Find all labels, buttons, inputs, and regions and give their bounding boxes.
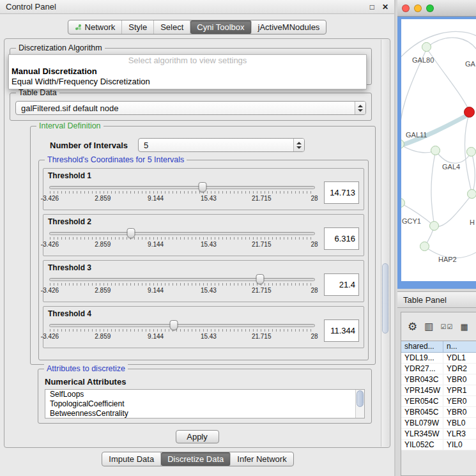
algorithm-option[interactable]: Manual Discretization — [9, 66, 366, 77]
table-cell: YDR27... — [401, 364, 443, 374]
column-header[interactable]: shared... — [401, 341, 443, 352]
tab-jactivemnodules[interactable]: jActiveMNodules — [252, 20, 326, 34]
threshold-panel: Threshold 1-3.4262.8599.14415.4321.71528… — [43, 168, 364, 210]
slider-thumb-icon[interactable] — [127, 228, 135, 238]
thresholds-group: Threshold's Coordinates for 5 Intervals … — [38, 160, 369, 360]
number-of-intervals-row: Number of Intervals 5 — [50, 138, 305, 152]
discretization-algorithm-title: Discretization Algorithm — [16, 43, 105, 52]
tick-label: 15.43 — [201, 241, 217, 248]
network-node[interactable] — [466, 147, 476, 157]
table-row[interactable]: YBR043CYBR0 — [401, 374, 476, 385]
table-row[interactable]: YER054CYER0 — [401, 396, 476, 407]
tab-network[interactable]: Network — [68, 20, 123, 34]
threshold-value-field[interactable]: 6.316 — [324, 227, 359, 250]
tick-label: -3.426 — [41, 195, 59, 202]
control-panel-body: Discretization Algorithm Select algorith… — [4, 38, 390, 448]
table-cell: YBR043C — [401, 374, 443, 385]
threshold-label: Threshold 3 — [48, 263, 359, 272]
apply-button[interactable]: Apply — [176, 430, 219, 443]
network-node[interactable] — [431, 146, 440, 155]
threshold-slider[interactable]: -3.4262.8599.14415.4321.71528 — [48, 319, 316, 344]
threshold-slider[interactable]: -3.4262.8599.14415.4321.71528 — [48, 273, 316, 298]
table-row[interactable]: YIL052CYIL0 — [401, 440, 476, 450]
number-of-intervals-label: Number of Intervals — [50, 141, 128, 150]
table-cell: YLR3 — [443, 429, 476, 439]
slider-thumb-icon[interactable] — [170, 320, 178, 330]
threshold-panels: Threshold 1-3.4262.8599.14415.4321.71528… — [39, 168, 368, 348]
interval-definition-group: Interval Definition Number of Intervals … — [30, 126, 376, 365]
table-data-combobox[interactable]: galFiltered.sif default node — [15, 101, 366, 115]
attributes-scrollbar[interactable] — [355, 390, 364, 418]
table-row[interactable]: YDL19...YDL1 — [401, 353, 476, 364]
grid-icon[interactable]: ▦ — [460, 322, 468, 332]
network-canvas[interactable]: GAL80GAGAL11GAL4GCY1HHAP2 — [401, 19, 476, 281]
table-row[interactable]: YBR045CYBR0 — [401, 407, 476, 418]
slider-tick-labels: -3.4262.8599.14415.4321.71528 — [50, 241, 314, 249]
threshold-value-field[interactable]: 21.4 — [324, 273, 359, 296]
table-row[interactable]: YLR345WYLR3 — [401, 429, 476, 440]
bottom-tabs: Impute DataDiscretize DataInfer Network — [102, 452, 293, 466]
bottom-tab-infer-network[interactable]: Infer Network — [231, 452, 293, 466]
slider-ticks — [50, 329, 314, 332]
bottom-tab-impute-data[interactable]: Impute Data — [102, 452, 161, 466]
select-checkboxes-icon[interactable]: ☑☑ — [440, 323, 453, 330]
numerical-attributes-list[interactable]: SelfLoopsTopologicalCoefficientBetweenne… — [45, 389, 365, 418]
gear-icon[interactable]: ⚙ — [408, 320, 417, 334]
dropdown-options: Manual DiscretizationEqual Width/Frequen… — [9, 66, 366, 87]
network-node[interactable] — [420, 242, 429, 251]
close-icon[interactable]: ✕ — [382, 3, 388, 12]
tab-label: jActiveMNodules — [258, 22, 320, 32]
tab-select[interactable]: Select — [154, 20, 190, 34]
slider-thumb-icon[interactable] — [199, 182, 207, 192]
table-cell: YPR1 — [443, 385, 476, 395]
attribute-item[interactable]: TopologicalCoefficient — [45, 399, 364, 409]
control-panel-scrollbar[interactable] — [381, 40, 389, 447]
threshold-value-field[interactable]: 14.713 — [324, 181, 359, 204]
bottom-tab-discretize-data[interactable]: Discretize Data — [161, 452, 231, 466]
attribute-item[interactable]: BetweennessCentrality — [45, 409, 364, 418]
float-window-icon[interactable]: □ — [370, 3, 374, 12]
table-row[interactable]: YPR145WYPR1 — [401, 385, 476, 396]
table-panel-window: ⚙▥☑☑▦ shared...n... YDL19...YDL1YDR27...… — [401, 312, 476, 476]
columns-icon[interactable]: ▥ — [424, 321, 433, 332]
scrollbar-thumb[interactable] — [357, 390, 364, 407]
network-node[interactable] — [422, 42, 431, 52]
stepper-icon — [355, 102, 365, 114]
zoom-traffic-light-icon[interactable] — [426, 4, 434, 12]
close-traffic-light-icon[interactable] — [402, 4, 410, 12]
attribute-item[interactable]: SelfLoops — [45, 390, 364, 399]
threshold-slider[interactable]: -3.4262.8599.14415.4321.71528 — [48, 227, 316, 252]
slider-track — [49, 232, 315, 235]
table-data-group: Table Data galFiltered.sif default node — [10, 93, 372, 121]
tab-style[interactable]: Style — [122, 20, 154, 34]
slider-thumb-icon[interactable] — [256, 274, 265, 284]
tick-label: -3.426 — [41, 287, 59, 294]
number-of-intervals-value: 5 — [144, 141, 148, 150]
tab-label: Cyni Toolbox — [197, 22, 244, 32]
threshold-label: Threshold 2 — [48, 217, 359, 226]
tab-cyni-toolbox[interactable]: Cyni Toolbox — [190, 20, 251, 34]
column-header[interactable]: n... — [443, 341, 476, 352]
network-window-titlebar — [397, 0, 476, 17]
network-node[interactable] — [429, 221, 439, 231]
node-table: shared...n... YDL19...YDL1YDR27...YDR2YB… — [401, 341, 476, 450]
threshold-slider[interactable]: -3.4262.8599.14415.4321.71528 — [48, 181, 316, 206]
network-node[interactable] — [467, 189, 476, 199]
table-row[interactable]: YDR27...YDR2 — [401, 364, 476, 374]
screen: Control Panel □ ✕ NetworkStyleSelectCyni… — [0, 0, 476, 476]
number-of-intervals-combobox[interactable]: 5 — [138, 138, 305, 152]
interval-definition-title: Interval Definition — [36, 121, 104, 130]
tick-label: 9.144 — [148, 195, 164, 202]
slider-tick-labels: -3.4262.8599.14415.4321.71528 — [50, 287, 314, 295]
tick-label: 21.715 — [252, 241, 272, 248]
threshold-label: Threshold 1 — [48, 171, 359, 180]
threshold-value-field[interactable]: 11.344 — [324, 319, 359, 342]
selected-node[interactable] — [464, 107, 475, 118]
tab-label: Impute Data — [109, 454, 154, 464]
minimize-traffic-light-icon[interactable] — [414, 4, 422, 12]
scrollbar-thumb[interactable] — [382, 263, 388, 334]
control-panel-title: Control Panel — [6, 2, 362, 12]
tick-label: 21.715 — [252, 287, 272, 294]
algorithm-option[interactable]: Equal Width/Frequency Discretization — [9, 77, 366, 87]
table-row[interactable]: YBL079WYBL0 — [401, 418, 476, 429]
